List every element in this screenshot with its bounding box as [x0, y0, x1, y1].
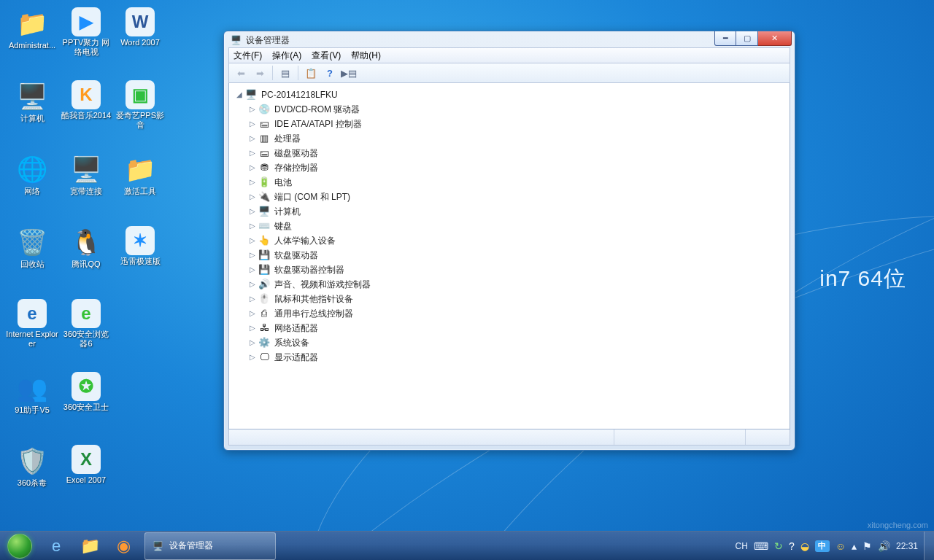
minimize-button[interactable]: ━: [714, 31, 736, 46]
collapse-icon[interactable]: ◢: [235, 88, 244, 102]
menu-item[interactable]: 文件(F): [234, 50, 262, 62]
expand-icon[interactable]: ▷: [248, 204, 257, 219]
tree-node-label: 计算机: [274, 204, 301, 219]
expand-icon[interactable]: ▷: [248, 321, 257, 335]
tree-node[interactable]: ▷💾软盘驱动器: [245, 248, 787, 262]
tree-node[interactable]: ▷🔋电池: [245, 175, 787, 190]
expand-icon[interactable]: ▷: [248, 233, 257, 248]
desktop-icon[interactable]: 🛡️360杀毒: [6, 445, 58, 510]
close-button[interactable]: ✕: [758, 31, 792, 46]
window-titlebar[interactable]: 🖥️ 设备管理器: [228, 36, 790, 47]
desktop-icon[interactable]: ✶迅雷极速版: [114, 226, 166, 292]
desktop-icon[interactable]: K酷我音乐2014: [60, 80, 112, 146]
tree-node[interactable]: ▷💾软盘驱动器控制器: [245, 262, 787, 277]
tree-node[interactable]: ▷⌨️键盘: [245, 219, 787, 233]
desktop-icon-glyph: 🌐: [16, 153, 48, 185]
device-category-icon: ▥: [258, 133, 270, 144]
tree-node[interactable]: ▷⚙️系统设备: [245, 335, 787, 350]
tree-view[interactable]: ◢ 🖥️ PC-20141218LFKU ▷💿DVD/CD-ROM 驱动器▷🖴I…: [228, 83, 790, 429]
menu-item[interactable]: 查看(V): [312, 50, 341, 62]
desktop-icon[interactable]: XExcel 2007: [60, 445, 112, 510]
scan-hardware-button[interactable]: ▶▤: [340, 65, 358, 81]
task-device-manager[interactable]: 🖥️ 设备管理器: [144, 532, 276, 560]
tray-shield-icon[interactable]: ◒: [800, 540, 809, 552]
tree-node[interactable]: ▷💿DVD/CD-ROM 驱动器: [245, 102, 787, 117]
tray-keyboard-icon[interactable]: ⌨: [754, 540, 768, 552]
device-category-icon: 💾: [258, 249, 270, 261]
expand-icon[interactable]: ▷: [248, 146, 257, 160]
tray-help-icon[interactable]: ?: [789, 540, 795, 552]
desktop-icon[interactable]: e360安全浏览器6: [60, 299, 112, 365]
menu-item[interactable]: 操作(A): [272, 50, 301, 62]
desktop-icon[interactable]: 📁激活工具: [114, 153, 166, 219]
forward-button[interactable]: ➡: [251, 65, 269, 81]
tree-node[interactable]: ▷⎙通用串行总线控制器: [245, 306, 787, 321]
tree-node[interactable]: ▷👆人体学输入设备: [245, 233, 787, 248]
tray-volume-icon[interactable]: 🔊: [878, 540, 890, 552]
tree-node[interactable]: ▷🖥️计算机: [245, 204, 787, 219]
desktop-icon-label: 360杀毒: [18, 478, 47, 488]
show-desktop-button[interactable]: [924, 532, 934, 561]
desktop-icon[interactable]: ▶PPTV聚力 网络电视: [60, 7, 112, 73]
tree-node[interactable]: ▷🖴IDE ATA/ATAPI 控制器: [245, 117, 787, 131]
expand-icon[interactable]: ▷: [248, 102, 257, 117]
desktop-icon-label: Internet Explorer: [6, 330, 58, 349]
expand-icon[interactable]: ▷: [248, 292, 257, 306]
device-category-icon: 💾: [258, 264, 270, 276]
expand-icon[interactable]: ▷: [248, 175, 257, 190]
back-button[interactable]: ⬅: [232, 65, 250, 81]
tree-node[interactable]: ▷🔊声音、视频和游戏控制器: [245, 277, 787, 292]
tree-node[interactable]: ▷🖧网络适配器: [245, 321, 787, 335]
pinned-ie[interactable]: e: [40, 532, 72, 560]
tree-root[interactable]: ◢ 🖥️ PC-20141218LFKU: [232, 88, 787, 102]
desktop-icon[interactable]: 🗑️回收站: [6, 226, 58, 292]
tree-node-label: DVD/CD-ROM 驱动器: [274, 102, 360, 117]
tree-node[interactable]: ▷⛃存储控制器: [245, 160, 787, 175]
tray-sync-icon[interactable]: ↻: [774, 540, 783, 552]
expand-icon[interactable]: ▷: [248, 248, 257, 262]
tray-language[interactable]: CH: [736, 541, 748, 551]
desktop-icon-label: 腾讯QQ: [72, 260, 100, 269]
tray-expand-icon[interactable]: ▴: [852, 540, 857, 552]
expand-icon[interactable]: ▷: [248, 335, 257, 350]
expand-icon[interactable]: ▷: [248, 262, 257, 277]
tree-node[interactable]: ▷🖱️鼠标和其他指针设备: [245, 292, 787, 306]
pinned-explorer[interactable]: 📁: [74, 532, 106, 560]
expand-icon[interactable]: ▷: [248, 190, 257, 204]
desktop-icon[interactable]: ▣爱奇艺PPS影音: [114, 80, 166, 146]
expand-icon[interactable]: ▷: [248, 219, 257, 233]
tree-node[interactable]: ▷🔌端口 (COM 和 LPT): [245, 190, 787, 204]
desktop-icon[interactable]: 👥91助手V5: [6, 372, 58, 438]
pinned-media-player[interactable]: ◉: [107, 532, 139, 560]
desktop-icon[interactable]: ✪360安全卫士: [60, 372, 112, 438]
expand-icon[interactable]: ▷: [248, 350, 257, 365]
tray-ime-badge[interactable]: 中: [815, 540, 830, 552]
desktop-icon[interactable]: 🖥️计算机: [6, 80, 58, 146]
desktop-icon[interactable]: 🌐网络: [6, 153, 58, 219]
desktop-icon[interactable]: 🐧腾讯QQ: [60, 226, 112, 292]
tree-node[interactable]: ▷▥处理器: [245, 131, 787, 146]
menu-item[interactable]: 帮助(H): [351, 50, 381, 62]
tree-node[interactable]: ▷🖵显示适配器: [245, 350, 787, 365]
desktop-icon[interactable]: WWord 2007: [114, 7, 166, 73]
desktop-icon[interactable]: 🖥️宽带连接: [60, 153, 112, 219]
expand-icon[interactable]: ▷: [248, 117, 257, 131]
desktop-icon[interactable]: eInternet Explorer: [6, 299, 58, 365]
properties-button[interactable]: 📋: [302, 65, 320, 81]
desktop-icon[interactable]: 📁Administrat...: [6, 7, 58, 73]
help-button[interactable]: ?: [321, 65, 339, 81]
expand-icon[interactable]: ▷: [248, 277, 257, 292]
tree-node[interactable]: ▷🖴磁盘驱动器: [245, 146, 787, 160]
desktop-icon-glyph: 🗑️: [16, 226, 48, 258]
desktop-icon-label: 酷我音乐2014: [61, 111, 111, 120]
tray-clock[interactable]: 22:31: [896, 541, 918, 551]
start-button[interactable]: [0, 532, 39, 561]
expand-icon[interactable]: ▷: [248, 160, 257, 175]
tree-node-label: 处理器: [274, 131, 301, 146]
up-tree-button[interactable]: ▤: [277, 65, 294, 81]
maximize-button[interactable]: ▢: [736, 31, 758, 46]
tray-smiley-icon[interactable]: ☺: [835, 540, 846, 552]
expand-icon[interactable]: ▷: [248, 306, 257, 321]
expand-icon[interactable]: ▷: [248, 131, 257, 146]
tray-flag-icon[interactable]: ⚑: [862, 540, 872, 552]
